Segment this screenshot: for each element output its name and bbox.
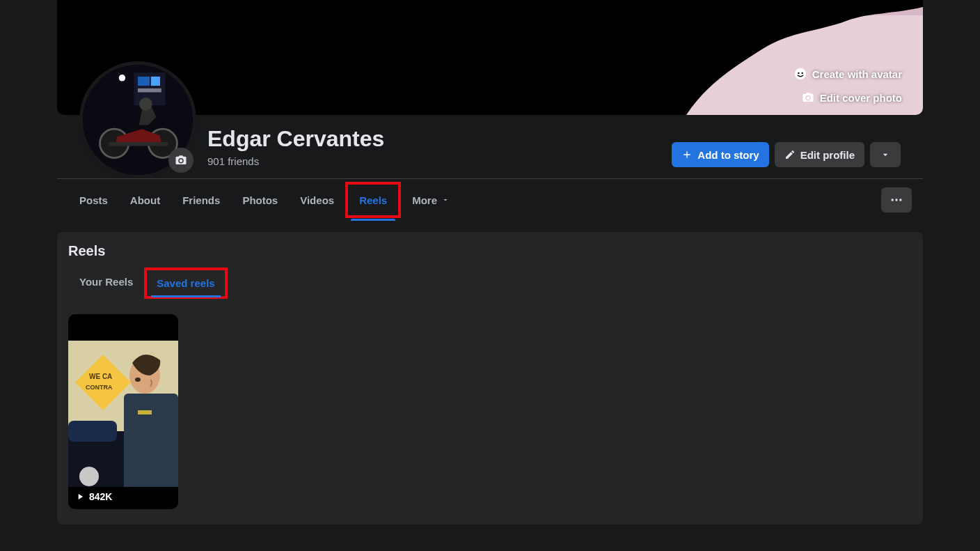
edit-profile-button[interactable]: Edit profile bbox=[775, 142, 864, 167]
tab-about[interactable]: About bbox=[119, 179, 171, 221]
svg-point-15 bbox=[892, 199, 894, 201]
svg-text:CONTRA: CONTRA bbox=[86, 384, 113, 391]
tab-label: Photos bbox=[242, 194, 278, 206]
reel-views: 842K bbox=[75, 491, 112, 502]
profile-name: Edgar Cervantes bbox=[207, 127, 672, 151]
pencil-icon bbox=[784, 149, 796, 160]
caret-down-icon bbox=[441, 196, 450, 204]
svg-point-24 bbox=[79, 467, 99, 486]
reel-thumbnail: WE CA CONTRA bbox=[68, 341, 178, 487]
svg-point-13 bbox=[139, 98, 152, 111]
add-to-story-button[interactable]: Add to story bbox=[672, 142, 768, 167]
play-icon bbox=[75, 492, 85, 502]
reels-section: Reels Your Reels Saved reels WE CA CONTR… bbox=[57, 232, 923, 525]
tab-label: More bbox=[412, 194, 437, 206]
tab-posts[interactable]: Posts bbox=[68, 179, 119, 221]
tab-videos[interactable]: Videos bbox=[289, 179, 345, 221]
tab-reels[interactable]: Reels bbox=[345, 182, 401, 218]
change-avatar-button[interactable] bbox=[168, 148, 193, 173]
subtab-label: Saved reels bbox=[157, 277, 214, 289]
svg-point-6 bbox=[119, 75, 125, 81]
section-title: Reels bbox=[68, 243, 912, 259]
friends-count[interactable]: 901 friends bbox=[207, 155, 672, 167]
reel-view-count: 842K bbox=[89, 491, 112, 502]
tab-friends[interactable]: Friends bbox=[171, 179, 231, 221]
profile-header: Edgar Cervantes 901 friends Add to story… bbox=[57, 59, 923, 179]
svg-rect-8 bbox=[138, 77, 150, 86]
svg-rect-10 bbox=[138, 88, 161, 93]
edit-profile-label: Edit profile bbox=[800, 149, 855, 161]
plus-icon bbox=[681, 149, 693, 160]
svg-point-16 bbox=[895, 199, 897, 201]
subtab-your-reels[interactable]: Your Reels bbox=[68, 267, 144, 299]
reel-grid: WE CA CONTRA bbox=[68, 314, 912, 509]
svg-rect-23 bbox=[68, 421, 117, 442]
avatar-container bbox=[79, 61, 196, 178]
subtab-saved-reels[interactable]: Saved reels bbox=[144, 267, 227, 299]
tab-label: About bbox=[130, 194, 160, 206]
subtab-label: Your Reels bbox=[79, 276, 133, 288]
camera-icon bbox=[175, 154, 187, 166]
chevron-down-icon bbox=[880, 149, 891, 160]
reels-subtabs: Your Reels Saved reels bbox=[68, 267, 912, 299]
add-to-story-label: Add to story bbox=[697, 149, 759, 161]
profile-tabs: Posts About Friends Photos Videos Reels … bbox=[57, 179, 923, 221]
tab-label: Posts bbox=[79, 194, 108, 206]
svg-rect-14 bbox=[109, 142, 168, 146]
profile-options-button[interactable] bbox=[881, 187, 912, 212]
svg-text:WE CA: WE CA bbox=[89, 373, 112, 380]
svg-point-26 bbox=[135, 378, 141, 382]
tab-label: Videos bbox=[300, 194, 334, 206]
reel-item[interactable]: WE CA CONTRA bbox=[68, 314, 178, 509]
ellipsis-icon bbox=[890, 193, 903, 207]
tab-photos[interactable]: Photos bbox=[231, 179, 289, 221]
tab-label: Reels bbox=[359, 194, 387, 206]
name-block: Edgar Cervantes 901 friends bbox=[207, 127, 672, 178]
svg-point-17 bbox=[899, 199, 901, 201]
svg-rect-9 bbox=[151, 77, 160, 86]
more-actions-dropdown[interactable] bbox=[870, 142, 901, 167]
tab-more[interactable]: More bbox=[401, 179, 461, 221]
tab-label: Friends bbox=[182, 194, 220, 206]
profile-actions: Add to story Edit profile bbox=[672, 142, 901, 178]
